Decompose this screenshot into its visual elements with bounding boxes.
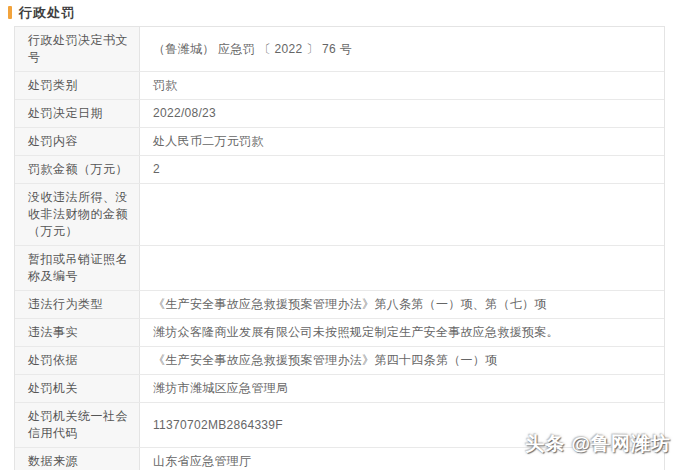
row-label: 处罚决定日期: [15, 100, 140, 127]
row-value: 《生产安全事故应急救援预案管理办法》第八条第（一）项、第（七）项: [140, 291, 664, 318]
row-value: 罚款: [140, 72, 664, 99]
row-value: 11370702MB2864339F: [140, 403, 664, 447]
row-label: 处罚机关: [15, 375, 140, 402]
row-value: 潍坊众客隆商业发展有限公司未按照规定制定生产安全事故应急救援预案。: [140, 319, 664, 346]
table-row: 违法行为类型 《生产安全事故应急救援预案管理办法》第八条第（一）项、第（七）项: [15, 291, 664, 319]
row-label: 处罚机关统一社会信用代码: [15, 403, 140, 447]
row-value: 山东省应急管理厅: [140, 448, 664, 470]
row-value: [140, 246, 664, 290]
row-value: 《生产安全事故应急救援预案管理办法》第四十四条第（一）项: [140, 347, 664, 374]
table-row: 处罚决定日期 2022/08/23: [15, 100, 664, 128]
penalty-table: 行政处罚决定书文号 （鲁潍城） 应急罚 〔 2022 〕 76 号 处罚类别 罚…: [14, 26, 665, 470]
row-value: 潍坊市潍城区应急管理局: [140, 375, 664, 402]
row-value: 2: [140, 156, 664, 183]
table-row: 数据来源 山东省应急管理厅: [15, 448, 664, 470]
table-row: 行政处罚决定书文号 （鲁潍城） 应急罚 〔 2022 〕 76 号: [15, 27, 664, 72]
table-row: 处罚机关 潍坊市潍城区应急管理局: [15, 375, 664, 403]
section-header: 行政处罚: [0, 0, 679, 24]
row-label: 违法事实: [15, 319, 140, 346]
row-label: 违法行为类型: [15, 291, 140, 318]
row-label: 暂扣或吊销证照名称及编号: [15, 246, 140, 290]
title-marker-icon: [8, 6, 12, 19]
row-label: 数据来源: [15, 448, 140, 470]
row-label: 处罚依据: [15, 347, 140, 374]
row-label: 没收违法所得、没收非法财物的金额（万元）: [15, 184, 140, 245]
row-value: 处人民币二万元罚款: [140, 128, 664, 155]
table-row: 没收违法所得、没收非法财物的金额（万元）: [15, 184, 664, 246]
table-row: 处罚内容 处人民币二万元罚款: [15, 128, 664, 156]
table-row: 处罚类别 罚款: [15, 72, 664, 100]
table-row: 违法事实 潍坊众客隆商业发展有限公司未按照规定制定生产安全事故应急救援预案。: [15, 319, 664, 347]
page-title: 行政处罚: [19, 4, 75, 22]
row-label: 行政处罚决定书文号: [15, 27, 140, 71]
row-label: 处罚内容: [15, 128, 140, 155]
row-value: 2022/08/23: [140, 100, 664, 127]
table-row: 罚款金额（万元） 2: [15, 156, 664, 184]
row-value: （鲁潍城） 应急罚 〔 2022 〕 76 号: [140, 27, 664, 71]
table-row: 处罚机关统一社会信用代码 11370702MB2864339F: [15, 403, 664, 448]
table-row: 处罚依据 《生产安全事故应急救援预案管理办法》第四十四条第（一）项: [15, 347, 664, 375]
table-row: 暂扣或吊销证照名称及编号: [15, 246, 664, 291]
row-label: 罚款金额（万元）: [15, 156, 140, 183]
row-label: 处罚类别: [15, 72, 140, 99]
row-value: [140, 184, 664, 245]
